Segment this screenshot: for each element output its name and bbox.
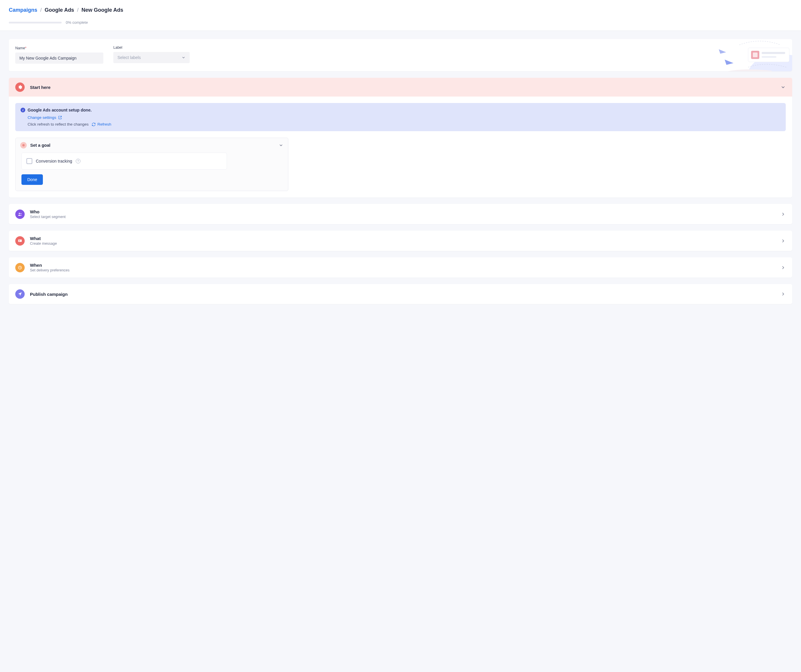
chevron-right-icon xyxy=(780,265,786,270)
who-subtitle: Select target segment xyxy=(30,215,775,219)
conversion-tracking-row: Conversion tracking ? xyxy=(21,152,227,170)
who-title: Who xyxy=(30,209,775,214)
breadcrumb: Campaigns / Google Ads / New Google Ads xyxy=(9,7,792,13)
svg-point-6 xyxy=(21,213,21,214)
refresh-hint: Click refresh to reflect the changes xyxy=(27,122,88,127)
set-a-goal-card: Set a goal Conversion tracking ? Done xyxy=(15,138,288,191)
decorative-illustration xyxy=(704,39,792,71)
change-settings-link[interactable]: Change settings xyxy=(27,115,780,120)
breadcrumb-sep-1: / xyxy=(40,7,42,13)
what-title: What xyxy=(30,236,775,241)
when-section[interactable]: When Set delivery preferences xyxy=(9,257,792,277)
campaign-meta-card: Name* Label Select labels xyxy=(9,39,792,71)
chevron-right-icon xyxy=(780,238,786,244)
when-title: When xyxy=(30,263,775,268)
send-icon xyxy=(15,289,25,299)
chevron-down-icon[interactable] xyxy=(279,143,283,148)
svg-rect-1 xyxy=(751,51,759,59)
people-icon xyxy=(15,210,25,219)
campaign-name-input[interactable] xyxy=(15,53,103,64)
set-a-goal-header[interactable]: Set a goal xyxy=(16,138,288,152)
chevron-down-icon[interactable] xyxy=(780,85,786,90)
refresh-link[interactable]: Refresh xyxy=(92,122,111,127)
what-section[interactable]: What Create message xyxy=(9,231,792,251)
conversion-tracking-checkbox[interactable] xyxy=(26,158,32,164)
when-subtitle: Set delivery preferences xyxy=(30,268,775,272)
progress-bar xyxy=(9,22,62,24)
start-here-title: Start here xyxy=(30,85,775,90)
refresh-icon xyxy=(92,122,96,127)
breadcrumb-sep-2: / xyxy=(77,7,79,13)
goal-dot-icon xyxy=(20,142,27,149)
chevron-right-icon xyxy=(780,291,786,297)
breadcrumb-new: New Google Ads xyxy=(81,7,123,13)
chevron-down-icon xyxy=(182,56,186,59)
clock-icon xyxy=(15,263,25,272)
svg-rect-7 xyxy=(18,239,22,242)
external-link-icon xyxy=(58,115,62,119)
label-select[interactable]: Select labels xyxy=(113,52,190,63)
breadcrumb-campaigns[interactable]: Campaigns xyxy=(9,7,37,13)
set-a-goal-title: Set a goal xyxy=(30,143,50,148)
chevron-right-icon xyxy=(780,212,786,217)
svg-rect-3 xyxy=(762,52,785,54)
publish-title: Publish campaign xyxy=(30,292,775,297)
label-label: Label xyxy=(113,45,190,50)
message-icon xyxy=(15,236,25,245)
svg-rect-4 xyxy=(762,56,776,58)
svg-rect-0 xyxy=(748,48,789,62)
gear-icon xyxy=(15,82,25,92)
account-setup-message: Google Ads account setup done. xyxy=(27,108,92,112)
help-icon[interactable]: ? xyxy=(76,159,80,164)
progress-label: 0% complete xyxy=(66,20,88,25)
who-section[interactable]: Who Select target segment xyxy=(9,204,792,224)
account-setup-banner: i Google Ads account setup done. Change … xyxy=(15,103,786,131)
name-label: Name xyxy=(15,46,25,50)
publish-section[interactable]: Publish campaign xyxy=(9,284,792,304)
label-placeholder: Select labels xyxy=(117,55,141,60)
svg-rect-8 xyxy=(19,240,20,241)
svg-rect-9 xyxy=(19,241,20,241)
breadcrumb-google-ads[interactable]: Google Ads xyxy=(45,7,74,13)
start-here-section: Start here i Google Ads account setup do… xyxy=(9,78,792,197)
svg-point-5 xyxy=(19,213,20,214)
name-required-asterisk: * xyxy=(25,46,26,50)
conversion-tracking-label: Conversion tracking xyxy=(36,159,72,164)
start-here-header[interactable]: Start here xyxy=(9,78,792,96)
svg-rect-2 xyxy=(753,53,758,57)
info-icon: i xyxy=(21,108,25,112)
what-subtitle: Create message xyxy=(30,242,775,245)
done-button[interactable]: Done xyxy=(21,174,43,185)
